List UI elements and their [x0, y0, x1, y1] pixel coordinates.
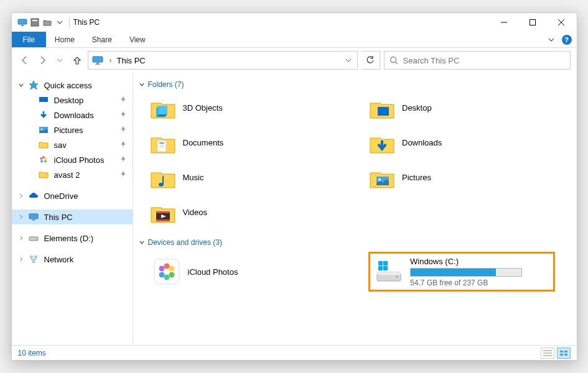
- address-dropdown-icon[interactable]: [342, 57, 355, 63]
- sidebar-elements-d[interactable]: Elements (D:): [12, 231, 133, 246]
- qat-dropdown-icon[interactable]: [54, 17, 65, 28]
- chevron-down-icon[interactable]: [17, 83, 26, 88]
- forward-button[interactable]: [35, 52, 49, 69]
- svg-point-19: [44, 160, 47, 163]
- folder-videos[interactable]: Videos: [149, 198, 350, 226]
- svg-rect-57: [383, 266, 388, 270]
- file-tab[interactable]: File: [12, 32, 46, 47]
- svg-point-48: [164, 275, 169, 280]
- item-label: Music: [183, 173, 204, 182]
- drive-icon: [28, 233, 39, 244]
- sidebar-item-avast2[interactable]: avast 2: [12, 167, 133, 182]
- documents-icon: [149, 129, 177, 156]
- drive-windows-c[interactable]: Windows (C:) 54.7 GB free of 237 GB: [368, 252, 555, 292]
- svg-rect-61: [560, 351, 563, 352]
- minimize-button[interactable]: [490, 13, 518, 32]
- explorer-window: This PC File Home Share View ?: [11, 12, 577, 361]
- sidebar-item-label: Desktop: [54, 96, 84, 105]
- folder-icon: [38, 139, 49, 150]
- section-drives[interactable]: Devices and drives (3): [138, 236, 569, 252]
- folder-desktop[interactable]: Desktop: [368, 94, 569, 121]
- qat: [13, 17, 65, 28]
- folder-documents[interactable]: Documents: [149, 129, 350, 156]
- close-button[interactable]: [547, 13, 576, 32]
- section-folders[interactable]: Folders (7): [138, 78, 569, 94]
- svg-point-18: [44, 157, 47, 160]
- chevron-right-icon[interactable]: [17, 193, 26, 198]
- properties-icon[interactable]: [29, 17, 40, 28]
- statusbar: 10 items: [12, 345, 577, 360]
- folder-3d-objects[interactable]: 3D Objects: [149, 94, 350, 121]
- svg-rect-52: [377, 272, 401, 275]
- ribbon-expand-icon[interactable]: [546, 34, 557, 45]
- sidebar-onedrive[interactable]: OneDrive: [12, 188, 133, 203]
- chevron-right-icon[interactable]: [17, 236, 26, 241]
- item-label: 3D Objects: [183, 103, 223, 113]
- help-icon[interactable]: ?: [562, 35, 572, 45]
- svg-line-12: [395, 62, 398, 65]
- svg-point-39: [378, 178, 381, 181]
- folder-music[interactable]: Music: [149, 163, 350, 191]
- search-box[interactable]: [384, 51, 571, 70]
- chevron-right-icon[interactable]: [17, 257, 26, 262]
- sidebar-item-desktop[interactable]: Desktop: [12, 93, 133, 108]
- breadcrumb-chevron[interactable]: ›: [110, 56, 112, 65]
- tab-view[interactable]: View: [121, 32, 154, 47]
- up-button[interactable]: [70, 52, 84, 69]
- window-controls: [490, 13, 576, 32]
- pin-icon: [120, 171, 128, 178]
- svg-rect-27: [34, 256, 37, 258]
- nav-toolbar: › This PC: [12, 48, 577, 73]
- this-pc-icon: [28, 211, 39, 223]
- refresh-button[interactable]: [362, 51, 380, 70]
- chevron-right-icon[interactable]: [17, 214, 26, 219]
- sidebar-item-icloud-photos[interactable]: iCloud Photos: [12, 152, 133, 167]
- desktop-icon: [368, 94, 396, 121]
- folders-grid: 3D Objects Desktop Documents Downloads M…: [138, 94, 569, 226]
- sidebar-quick-access[interactable]: Quick access: [12, 78, 133, 93]
- chevron-down-icon[interactable]: [139, 82, 144, 87]
- folder-pictures[interactable]: Pictures: [368, 163, 569, 191]
- sidebar-this-pc[interactable]: This PC: [12, 210, 133, 224]
- sidebar-item-label: iCloud Photos: [54, 155, 105, 165]
- svg-rect-9: [96, 63, 99, 64]
- address-bar[interactable]: › This PC: [88, 51, 358, 70]
- back-button[interactable]: [18, 52, 32, 69]
- tab-home[interactable]: Home: [46, 32, 83, 47]
- folder-icon: [38, 169, 49, 180]
- recent-dropdown[interactable]: [53, 52, 67, 69]
- sidebar-item-label: OneDrive: [44, 191, 78, 201]
- svg-point-20: [40, 160, 43, 163]
- drive-subtext: 54.7 GB free of 237 GB: [410, 279, 549, 287]
- item-label: Desktop: [402, 103, 432, 113]
- music-icon: [149, 163, 177, 191]
- tab-share[interactable]: Share: [83, 32, 121, 47]
- this-pc-small-icon: [17, 17, 28, 28]
- sidebar-item-sav[interactable]: sav: [12, 137, 133, 152]
- sidebar-network[interactable]: Network: [12, 252, 133, 267]
- drive-usage-bar: [410, 268, 522, 277]
- breadcrumb-this-pc[interactable]: This PC: [117, 56, 337, 65]
- svg-rect-56: [378, 266, 383, 270]
- search-input[interactable]: [403, 56, 565, 65]
- drive-usage-fill: [411, 269, 496, 276]
- svg-point-17: [42, 156, 45, 159]
- icloud-photos-icon: [38, 154, 49, 165]
- chevron-down-icon[interactable]: [139, 240, 144, 245]
- drive-icloud-photos[interactable]: iCloud Photos: [149, 252, 350, 292]
- sidebar-item-downloads[interactable]: Downloads: [12, 108, 133, 122]
- onedrive-icon: [28, 190, 39, 201]
- maximize-button[interactable]: [518, 13, 547, 32]
- pin-icon: [120, 126, 128, 134]
- svg-rect-54: [378, 261, 383, 265]
- icloud-photos-app-icon: [152, 257, 182, 287]
- folder-downloads[interactable]: Downloads: [368, 129, 569, 156]
- svg-rect-23: [32, 219, 35, 221]
- large-icons-view-icon[interactable]: [557, 348, 571, 359]
- svg-rect-42: [156, 219, 170, 221]
- svg-rect-64: [564, 354, 567, 356]
- view-mode-icons: [541, 348, 571, 359]
- details-view-icon[interactable]: [541, 348, 554, 359]
- sidebar-item-pictures[interactable]: Pictures: [12, 122, 133, 137]
- new-folder-icon[interactable]: [42, 17, 53, 28]
